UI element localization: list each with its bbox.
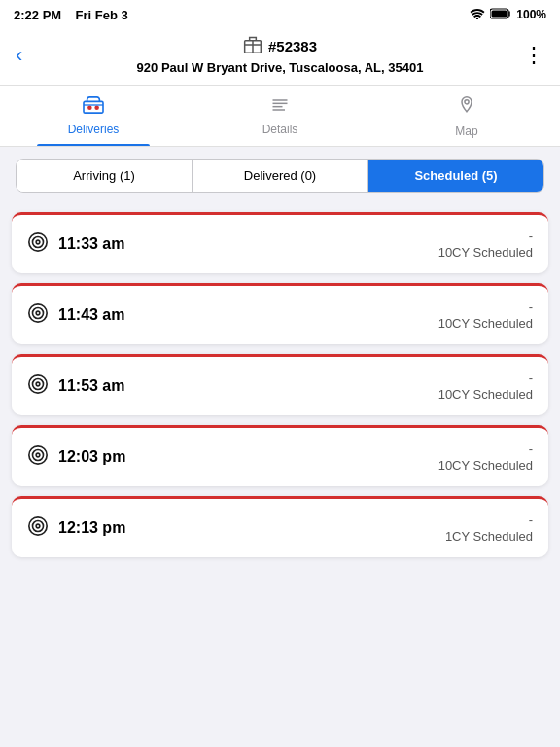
- target-icon-1: [27, 302, 49, 329]
- svg-rect-6: [84, 101, 103, 113]
- delivery-card-2[interactable]: 11:53 am - 10CY Scheduled: [12, 354, 548, 415]
- details-icon: [270, 95, 290, 120]
- delivery-time-1: 11:43 am: [58, 306, 125, 324]
- tab-deliveries[interactable]: Deliveries: [0, 86, 187, 146]
- delivery-type-4: 1CY Scheduled: [445, 529, 533, 544]
- svg-point-16: [33, 236, 44, 247]
- delivery-time-2: 11:53 am: [58, 377, 125, 395]
- header-center: #52383 920 Paul W Bryant Drive, Tuscaloo…: [47, 35, 513, 75]
- svg-point-29: [36, 524, 40, 528]
- delivery-left-4: 12:13 pm: [27, 516, 125, 542]
- package-icon: [243, 35, 262, 57]
- battery-percent: 100%: [516, 8, 546, 21]
- svg-point-25: [33, 449, 44, 460]
- delivery-type-1: 10CY Scheduled: [438, 316, 533, 331]
- delivery-card-4[interactable]: 12:13 pm - 1CY Scheduled: [12, 496, 548, 557]
- delivery-card-inner-1: 11:43 am - 10CY Scheduled: [12, 286, 548, 344]
- target-icon-3: [27, 445, 49, 471]
- delivery-dash-0: -: [529, 229, 533, 243]
- svg-point-26: [36, 453, 40, 457]
- more-button[interactable]: ⋮: [513, 43, 544, 68]
- status-time: 2:22 PM Fri Feb 3: [14, 8, 128, 22]
- header: ‹ #52383 920 Paul W Bryant Drive, Tuscal…: [0, 27, 560, 86]
- svg-point-22: [33, 378, 44, 389]
- header-address: 920 Paul W Bryant Drive, Tuscaloosa, AL,…: [137, 60, 424, 75]
- svg-point-21: [29, 374, 47, 392]
- svg-point-0: [476, 18, 478, 18]
- delivery-right-3: - 10CY Scheduled: [438, 442, 533, 473]
- delivery-card-inner-0: 11:33 am - 10CY Scheduled: [12, 215, 548, 273]
- delivery-list: 11:33 am - 10CY Scheduled 11:43 am: [0, 204, 560, 565]
- order-number: #52383: [268, 38, 317, 54]
- svg-point-17: [36, 240, 40, 244]
- delivery-right-0: - 10CY Scheduled: [438, 229, 533, 260]
- svg-point-27: [29, 516, 47, 534]
- filter-delivered[interactable]: Delivered (0): [192, 160, 368, 192]
- svg-point-15: [29, 232, 47, 250]
- delivery-card-3[interactable]: 12:03 pm - 10CY Scheduled: [12, 425, 548, 486]
- delivery-card-inner-4: 12:13 pm - 1CY Scheduled: [12, 499, 548, 557]
- delivery-dash-2: -: [529, 371, 533, 385]
- status-indicators: 100%: [470, 8, 546, 22]
- delivery-time-3: 12:03 pm: [58, 448, 125, 466]
- filter-arriving[interactable]: Arriving (1): [17, 160, 192, 192]
- delivery-time-4: 12:13 pm: [58, 519, 125, 537]
- filter-scheduled[interactable]: Scheduled (5): [368, 160, 543, 192]
- details-label: Details: [262, 123, 298, 136]
- filter-bar: Arriving (1) Delivered (0) Scheduled (5): [0, 147, 560, 204]
- filter-tabs-group: Arriving (1) Delivered (0) Scheduled (5): [16, 159, 544, 193]
- delivery-time-0: 11:33 am: [58, 235, 125, 253]
- deliveries-icon: [83, 95, 104, 120]
- target-icon-2: [27, 374, 49, 400]
- order-number-row: #52383: [243, 35, 317, 57]
- svg-point-20: [36, 311, 40, 315]
- delivery-card-1[interactable]: 11:43 am - 10CY Scheduled: [12, 283, 548, 344]
- svg-rect-2: [492, 10, 508, 17]
- tab-details[interactable]: Details: [187, 86, 373, 146]
- back-button[interactable]: ‹: [16, 39, 47, 72]
- tab-bar: Deliveries Details Map: [0, 86, 560, 147]
- svg-point-14: [465, 100, 469, 104]
- svg-point-19: [33, 307, 44, 318]
- svg-point-7: [88, 105, 92, 110]
- delivery-card-inner-2: 11:53 am - 10CY Scheduled: [12, 357, 548, 415]
- map-icon: [457, 95, 476, 122]
- target-icon-0: [27, 231, 49, 258]
- delivery-card-inner-3: 12:03 pm - 10CY Scheduled: [12, 428, 548, 486]
- delivery-type-2: 10CY Scheduled: [438, 387, 533, 402]
- svg-point-23: [36, 382, 40, 386]
- delivery-left-1: 11:43 am: [27, 302, 125, 329]
- status-bar: 2:22 PM Fri Feb 3 100%: [0, 0, 560, 27]
- svg-point-28: [33, 520, 44, 531]
- delivery-left-3: 12:03 pm: [27, 445, 125, 471]
- delivery-type-0: 10CY Scheduled: [438, 245, 533, 260]
- delivery-right-4: - 1CY Scheduled: [445, 513, 533, 544]
- svg-point-18: [29, 303, 47, 321]
- delivery-dash-4: -: [529, 513, 533, 527]
- delivery-type-3: 10CY Scheduled: [438, 458, 533, 473]
- delivery-left-0: 11:33 am: [27, 231, 125, 258]
- delivery-right-2: - 10CY Scheduled: [438, 371, 533, 402]
- target-icon-4: [27, 516, 49, 542]
- battery-icon: [490, 8, 511, 22]
- delivery-right-1: - 10CY Scheduled: [438, 300, 533, 331]
- tab-map[interactable]: Map: [373, 86, 560, 146]
- wifi-icon: [470, 8, 485, 22]
- delivery-card-0[interactable]: 11:33 am - 10CY Scheduled: [12, 212, 548, 273]
- deliveries-label: Deliveries: [68, 123, 120, 136]
- map-label: Map: [455, 124, 477, 138]
- delivery-dash-3: -: [529, 442, 533, 456]
- svg-point-24: [29, 445, 47, 463]
- svg-point-8: [94, 105, 99, 110]
- delivery-left-2: 11:53 am: [27, 374, 125, 400]
- delivery-dash-1: -: [529, 300, 533, 314]
